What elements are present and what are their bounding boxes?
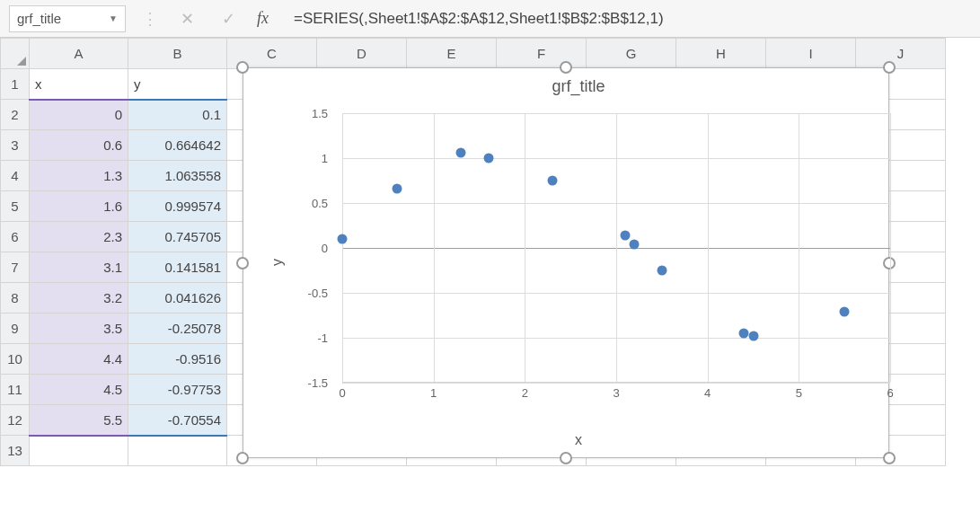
col-header[interactable]: D	[317, 39, 407, 69]
col-header[interactable]: J	[856, 39, 946, 69]
chart-title[interactable]: grf_title	[279, 77, 878, 96]
cell[interactable]: x	[30, 69, 128, 100]
cell[interactable]: 0	[30, 100, 128, 130]
cell[interactable]: 0.041626	[128, 283, 227, 314]
cell[interactable]: 3.5	[30, 314, 128, 344]
y-axis-labels: -1.5-1-0.500.511.5	[279, 113, 333, 383]
x-tick-label: 6	[887, 386, 893, 400]
separator: ⋮	[142, 9, 158, 29]
y-tick-label: 0.5	[312, 197, 328, 210]
row-header[interactable]: 13	[1, 436, 30, 466]
cell[interactable]: 5.5	[30, 405, 128, 436]
row-header[interactable]: 3	[1, 130, 30, 161]
data-point[interactable]	[483, 154, 493, 163]
data-point[interactable]	[393, 183, 402, 193]
cell[interactable]: 1.063558	[128, 161, 227, 191]
col-header[interactable]: F	[497, 39, 587, 69]
cell[interactable]: 0.6	[30, 130, 128, 161]
x-tick-label: 3	[613, 386, 619, 400]
row-header[interactable]: 6	[1, 222, 30, 252]
x-tick-label: 0	[339, 386, 345, 400]
cell[interactable]	[128, 436, 227, 466]
cell[interactable]: 4.4	[30, 344, 128, 375]
row-header[interactable]: 12	[1, 405, 30, 436]
cell[interactable]: 0.664642	[128, 130, 227, 161]
cell[interactable]: 1.3	[30, 161, 128, 191]
dropdown-icon[interactable]: ▼	[109, 13, 118, 23]
col-header[interactable]: E	[407, 39, 497, 69]
cell[interactable]: -0.70554	[128, 405, 227, 436]
x-tick-label: 4	[704, 386, 711, 400]
select-all-corner[interactable]	[1, 39, 30, 69]
cell[interactable]: 2.3	[30, 222, 128, 252]
resize-handle[interactable]	[883, 452, 896, 464]
x-tick-label: 2	[522, 386, 528, 400]
cell[interactable]: 0.141581	[128, 252, 227, 283]
chart-inner: grf_title y -1.5-1-0.500.511.5 0123456 x	[279, 77, 878, 446]
row-header[interactable]: 8	[1, 283, 30, 314]
col-header[interactable]: G	[587, 39, 676, 69]
data-point[interactable]	[748, 331, 758, 340]
x-tick-label: 1	[430, 386, 437, 400]
cell[interactable]: 3.2	[30, 283, 128, 314]
name-box[interactable]: grf_title ▼	[9, 5, 126, 32]
name-box-value: grf_title	[17, 11, 61, 26]
formula-input[interactable]	[285, 5, 971, 32]
data-point[interactable]	[621, 230, 631, 240]
y-tick-label: 0	[322, 242, 328, 255]
data-point[interactable]	[456, 147, 466, 157]
plot-area[interactable]	[342, 113, 890, 383]
data-point[interactable]	[630, 239, 640, 249]
y-tick-label: 1	[322, 152, 328, 165]
resize-handle[interactable]	[560, 452, 572, 464]
row-header[interactable]: 4	[1, 161, 30, 191]
col-header[interactable]: H	[676, 39, 766, 69]
x-axis-labels: 0123456	[342, 386, 890, 404]
resize-handle[interactable]	[560, 61, 572, 74]
row-header[interactable]: 2	[1, 100, 30, 130]
cell[interactable]: y	[128, 69, 227, 100]
row-header[interactable]: 5	[1, 191, 30, 222]
y-tick-label: -0.5	[308, 287, 328, 300]
data-point[interactable]	[338, 234, 348, 244]
row-header[interactable]: 7	[1, 252, 30, 283]
cell[interactable]: -0.25078	[128, 314, 227, 344]
y-tick-label: -1	[317, 331, 328, 345]
data-point[interactable]	[547, 176, 557, 186]
x-axis-title[interactable]: x	[575, 432, 582, 448]
data-point[interactable]	[840, 306, 850, 316]
resize-handle[interactable]	[236, 452, 249, 464]
chart-object[interactable]: grf_title y -1.5-1-0.500.511.5 0123456 x	[243, 67, 889, 458]
col-header[interactable]: A	[30, 39, 128, 69]
cell[interactable]: 4.5	[30, 375, 128, 405]
col-header[interactable]: B	[128, 39, 227, 69]
cancel-button[interactable]: ✕	[174, 9, 199, 29]
cell[interactable]: -0.97753	[128, 375, 227, 405]
cell[interactable]: 1.6	[30, 191, 128, 222]
cell[interactable]: 0.999574	[128, 191, 227, 222]
enter-button[interactable]: ✓	[216, 9, 241, 29]
cell[interactable]	[30, 436, 128, 466]
row-header[interactable]: 9	[1, 314, 30, 344]
fx-icon[interactable]: fx	[257, 9, 269, 28]
cell[interactable]: 3.1	[30, 252, 128, 283]
resize-handle[interactable]	[236, 257, 249, 269]
formula-bar: grf_title ▼ ⋮ ✕ ✓ fx	[0, 0, 980, 38]
resize-handle[interactable]	[236, 61, 249, 74]
row-header[interactable]: 11	[1, 375, 30, 405]
resize-handle[interactable]	[883, 61, 896, 74]
y-tick-label: 1.5	[312, 107, 328, 120]
y-tick-label: -1.5	[308, 376, 328, 390]
row-header[interactable]: 1	[1, 69, 30, 100]
data-point[interactable]	[657, 266, 667, 276]
cell[interactable]: 0.745705	[128, 222, 227, 252]
worksheet-area: A B C D E F G H I J 1xy200.130.60.664642…	[0, 38, 980, 530]
x-tick-label: 5	[796, 386, 802, 400]
row-header[interactable]: 10	[1, 344, 30, 375]
cell[interactable]: -0.9516	[128, 344, 227, 375]
col-header[interactable]: I	[766, 39, 856, 69]
cell[interactable]: 0.1	[128, 100, 227, 130]
